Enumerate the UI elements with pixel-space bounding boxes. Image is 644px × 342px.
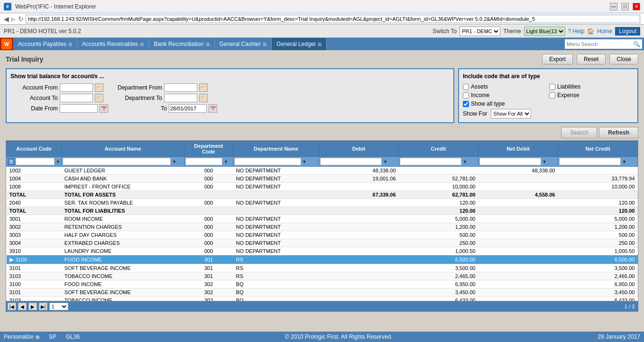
logout-btn[interactable]: Logout — [615, 27, 640, 36]
table-cell — [319, 223, 399, 231]
filter-dept-code[interactable]: ▼ — [184, 157, 233, 167]
filter-netdebit-input[interactable] — [479, 158, 541, 165]
page-first-btn[interactable]: |◀ — [8, 303, 16, 310]
help-link[interactable]: ? Help — [568, 28, 585, 35]
back-icon[interactable]: ◀ — [4, 15, 9, 23]
filter-name-input[interactable] — [63, 158, 171, 165]
filter-net-credit[interactable]: ▼ — [558, 157, 637, 167]
to-date-input[interactable] — [169, 104, 207, 113]
tab-bank-reconciliation[interactable]: Bank Reconciliation ⊠ — [149, 38, 214, 50]
personalize-icon[interactable]: ⊠ — [36, 334, 39, 340]
table-row[interactable]: TOTALTOTAL FOR LIABILITIES120.00120.00 — [7, 207, 638, 215]
filter-debit-arrow[interactable]: ▼ — [383, 159, 387, 164]
account-to-input[interactable] — [60, 94, 93, 102]
tab-gc-close[interactable]: ⊠ — [263, 42, 267, 47]
table-row[interactable]: 3101SOFT BEVERAGE INCOME302BQ3,450.003,4… — [7, 288, 638, 297]
table-row[interactable]: 1002GUEST LEDGER000NO DEPARTMENT48,338.0… — [7, 167, 638, 175]
table-row[interactable]: 2040SER. TAX ROOMS PAYABLE000NO DEPARTME… — [7, 199, 638, 207]
date-from-calendar[interactable]: 📅 — [100, 104, 108, 113]
close-btn[interactable]: Close — [609, 54, 638, 64]
page-info: 1 / 3 — [625, 304, 635, 309]
switch-to-select[interactable]: PR1 - DEMC — [460, 27, 500, 36]
filter-credit-input[interactable] — [400, 158, 461, 165]
filter-name-arrow[interactable]: ▼ — [172, 159, 176, 164]
filter-code-arrow[interactable]: ▼ — [55, 159, 60, 164]
page-prev-btn[interactable]: ◀ — [18, 303, 27, 310]
account-from-browse[interactable]: 📁 — [95, 83, 103, 92]
tab-accounts-payables[interactable]: Accounts Payables ⊠ — [13, 38, 77, 50]
filter-netdebit-arrow[interactable]: ▼ — [542, 159, 547, 164]
dept-from-browse[interactable]: 📁 — [199, 83, 208, 92]
filter-dept-name[interactable]: ▼ — [233, 157, 319, 167]
filter-deptname-arrow[interactable]: ▼ — [302, 159, 307, 164]
filter-code-input[interactable] — [16, 158, 55, 165]
table-row[interactable]: 3001ROOM INCOME000NO DEPARTMENT5,000.005… — [7, 215, 638, 223]
assets-checkbox[interactable] — [463, 84, 469, 90]
tab-gl-close[interactable]: ⊠ — [318, 42, 322, 47]
export-btn[interactable]: Export — [542, 54, 573, 64]
filter-deptname-input[interactable] — [234, 158, 301, 165]
income-checkbox[interactable] — [463, 92, 469, 99]
maximize-btn[interactable]: □ — [621, 3, 629, 10]
forward-icon[interactable]: ▶ — [11, 15, 16, 23]
minimize-btn[interactable]: — — [610, 3, 617, 10]
reset-btn[interactable]: Reset — [577, 54, 606, 64]
filter-debit-input[interactable] — [320, 158, 382, 165]
search-btn[interactable]: Search — [561, 127, 597, 138]
filter-net-debit[interactable]: ▼ — [478, 157, 558, 167]
home-link[interactable]: Home — [597, 28, 612, 35]
filter-account-name[interactable]: ▼ — [62, 157, 184, 167]
table-row[interactable]: 1008IMPREST - FRONT OFFICE000NO DEPARTME… — [7, 183, 638, 191]
show-for-select[interactable]: Show For All Debit Only Credit Only — [491, 109, 531, 118]
table-row[interactable]: 3101SOFT BEVERAGE INCOME301RS3,500.003,5… — [7, 264, 638, 272]
row-select-icon[interactable]: ☰ — [8, 158, 15, 165]
refresh-icon[interactable]: ↻ — [18, 15, 24, 23]
refresh-btn[interactable]: Refresh — [599, 127, 638, 138]
table-cell — [478, 247, 558, 255]
dept-to-input[interactable] — [164, 94, 197, 102]
filter-netcredit-arrow[interactable]: ▼ — [622, 159, 626, 164]
page-last-btn[interactable]: ▶| — [39, 303, 47, 310]
close-btn[interactable]: ✕ — [633, 3, 640, 10]
filter-deptcode-arrow[interactable]: ▼ — [223, 159, 228, 164]
dept-to-browse[interactable]: 📁 — [199, 94, 208, 102]
tab-ar-close[interactable]: ⊠ — [140, 42, 144, 47]
table-row[interactable]: 3004EXTRABED CHARGES000NO DEPARTMENT250.… — [7, 239, 638, 247]
expense-checkbox[interactable] — [549, 92, 555, 99]
table-row[interactable]: 1004CASH AND BANK000NO DEPARTMENT19,001.… — [7, 175, 638, 183]
account-from-input[interactable] — [60, 83, 93, 92]
tab-ap-close[interactable]: ⊠ — [68, 42, 72, 47]
tab-general-cashier[interactable]: General Cashier ⊠ — [215, 38, 272, 50]
table-row[interactable]: 3103TOBACCO INCOME301RS2,465.002,465.00 — [7, 272, 638, 280]
filter-credit-arrow[interactable]: ▼ — [462, 159, 467, 164]
filter-netcredit-input[interactable] — [559, 158, 621, 165]
filter-credit[interactable]: ▼ — [399, 157, 478, 167]
address-input[interactable] — [26, 15, 640, 23]
dept-from-input[interactable] — [164, 83, 197, 92]
filter-account-code[interactable]: ☰ ▼ — [7, 157, 62, 167]
table-row[interactable]: 3910LAUNDRY INCOME000NO DEPARTMENT1,000.… — [7, 247, 638, 255]
search-icon[interactable]: 🔍 — [631, 41, 642, 47]
status-bar: Personalize ⊠ SP GL36 © 2010 Prologic Fi… — [0, 332, 644, 342]
table-row[interactable]: TOTALTOTAL FOR ASSETS67,339.0662,781.004… — [7, 191, 638, 199]
to-date-calendar[interactable]: 📅 — [209, 104, 217, 113]
page-select[interactable]: 1 2 3 — [49, 303, 68, 310]
filter-debit[interactable]: ▼ — [319, 157, 399, 167]
show-all-checkbox[interactable] — [463, 101, 469, 107]
theme-select[interactable]: Light Blue(13 — [524, 27, 565, 36]
liabilities-checkbox[interactable] — [549, 84, 555, 90]
tab-accounts-receivables[interactable]: Accounts Receivables ⊠ — [77, 38, 149, 50]
table-row[interactable]: 3003HALF DAY CHARGES000NO DEPARTMENT500.… — [7, 231, 638, 239]
table-row[interactable]: 3002RETENTION CHARGES000NO DEPARTMENT1,2… — [7, 223, 638, 231]
page-next-btn[interactable]: ▶ — [28, 303, 37, 310]
table-row[interactable]: 3103TOBACCO INCOME302BQ6,433.006,433.00 — [7, 297, 638, 302]
account-to-browse[interactable]: 📁 — [95, 94, 103, 102]
table-row[interactable]: 3100FOOD INCOME302BQ6,950.006,950.00 — [7, 280, 638, 288]
tab-general-ledger[interactable]: General Ledger ⊠ — [272, 38, 327, 50]
filter-deptcode-input[interactable] — [185, 158, 223, 165]
date-from-input[interactable] — [60, 104, 98, 113]
table-row[interactable]: ▶3100FOOD INCOME301RS6,500.006,500.00 — [7, 255, 638, 264]
table-container[interactable]: Account Code Account Name Department Cod… — [6, 140, 638, 301]
menu-search-input[interactable] — [565, 40, 631, 48]
tab-br-close[interactable]: ⊠ — [206, 42, 210, 47]
